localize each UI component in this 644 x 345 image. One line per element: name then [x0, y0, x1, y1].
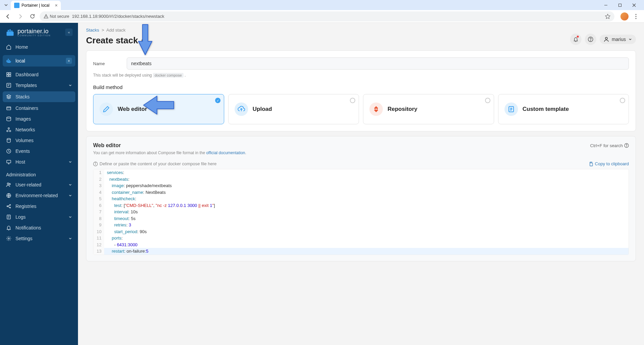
code-line[interactable]: 3 image: peppershade/nextbeats	[93, 182, 629, 189]
admin-section-title: Administration	[0, 167, 78, 179]
build-method-custom-template[interactable]: Custom template	[498, 94, 629, 124]
sidebar-item-settings[interactable]: Settings	[0, 233, 78, 244]
sidebar-item-networks[interactable]: Networks	[0, 124, 78, 135]
svg-rect-15	[7, 73, 8, 74]
sidebar-item-events[interactable]: Events	[0, 146, 78, 157]
environment-selector[interactable]: local ×	[3, 55, 75, 67]
sidebar-item-label: Host	[15, 159, 25, 165]
code-line[interactable]: 9 retries: 3	[93, 222, 629, 228]
bookmark-star-icon[interactable]	[605, 14, 610, 19]
notifications-button[interactable]	[570, 34, 581, 45]
sidebar-item-registries[interactable]: Registries	[0, 201, 78, 212]
sidebar-item-notifications[interactable]: Notifications	[0, 222, 78, 233]
browser-toolbar: Not secure 192.168.1.18:9000/#!/2/docker…	[0, 10, 644, 23]
sidebar-item-logs[interactable]: Logs	[0, 212, 78, 222]
reload-button[interactable]	[28, 12, 37, 21]
help-icon	[588, 37, 593, 42]
sidebar-item-host[interactable]: Host	[0, 157, 78, 167]
code-line[interactable]: 4 container_name: NextBeats	[93, 189, 629, 196]
user-menu[interactable]: marius	[600, 35, 636, 44]
chevron-down-icon	[69, 215, 72, 219]
code-content: image: peppershade/nextbeats	[104, 182, 629, 189]
upload-icon	[235, 102, 248, 116]
line-number: 10	[93, 228, 104, 235]
code-line[interactable]: 10 start_period: 90s	[93, 228, 629, 235]
editor-title: Web editor	[93, 142, 121, 148]
line-number: 6	[93, 202, 104, 209]
code-line[interactable]: 6 test: ["CMD-SHELL", "nc -z 127.0.0.1 3…	[93, 202, 629, 209]
address-bar[interactable]: Not secure 192.168.1.18:9000/#!/2/docker…	[40, 11, 614, 21]
sidebar-item-user-related[interactable]: User-related	[0, 179, 78, 190]
sidebar-item-images[interactable]: Images	[0, 114, 78, 124]
line-number: 2	[93, 176, 104, 183]
name-label: Name	[93, 61, 127, 66]
tab-list-dropdown[interactable]	[3, 2, 9, 8]
line-number: 7	[93, 209, 104, 215]
radio-indicator	[350, 98, 355, 103]
build-method-repository[interactable]: Repository	[363, 94, 494, 124]
build-method-upload[interactable]: Upload	[228, 94, 359, 124]
code-line[interactable]: 8 timeout: 5s	[93, 215, 629, 222]
stack-name-input[interactable]	[127, 57, 629, 70]
info-icon	[93, 162, 98, 166]
breadcrumb: Stacks > Add stack	[86, 28, 147, 33]
close-tab-icon[interactable]: ×	[55, 3, 57, 8]
code-line[interactable]: 13 restart: on-failure:5	[93, 248, 629, 255]
svg-point-39	[375, 109, 377, 110]
refresh-icon[interactable]	[141, 38, 147, 44]
breadcrumb-link-stacks[interactable]: Stacks	[86, 28, 99, 33]
code-line[interactable]: 7 interval: 10s	[93, 209, 629, 215]
sidebar-item-templates[interactable]: Templates	[0, 80, 78, 91]
forward-button[interactable]	[15, 12, 25, 21]
build-method-web-editor[interactable]: Web editor✓	[93, 94, 224, 124]
repository-icon	[369, 102, 383, 116]
code-line[interactable]: 12 - 6431:3000	[93, 242, 629, 248]
code-line[interactable]: 1services:	[93, 169, 629, 176]
svg-rect-12	[8, 60, 9, 61]
notifications-icon	[6, 225, 11, 230]
environment-close-icon[interactable]: ×	[66, 58, 72, 64]
sidebar-item-label: Dashboard	[15, 72, 39, 77]
sidebar-item-environment-related[interactable]: Environment-related	[0, 190, 78, 201]
help-icon	[624, 143, 629, 148]
copy-icon	[589, 162, 593, 166]
docs-link[interactable]: official documentation	[206, 150, 245, 155]
sidebar-item-volumes[interactable]: Volumes	[0, 135, 78, 146]
security-indicator[interactable]: Not secure	[44, 14, 69, 19]
window-close-button[interactable]	[629, 2, 639, 8]
svg-rect-8	[8, 30, 9, 32]
chevron-down-icon	[629, 38, 632, 41]
home-icon	[6, 44, 11, 50]
code-content: - 6431:3000	[104, 242, 629, 248]
code-content: timeout: 5s	[104, 215, 629, 222]
logo-subtitle: COMMUNITY EDITION	[17, 34, 51, 37]
svg-rect-9	[9, 29, 11, 32]
web-editor-icon	[99, 102, 113, 116]
events-icon	[6, 148, 11, 154]
code-line[interactable]: 2 nextbeats:	[93, 176, 629, 183]
page-title: Create stack	[86, 35, 147, 46]
copy-to-clipboard-button[interactable]: Copy to clipboard	[589, 161, 629, 166]
sidebar-collapse-button[interactable]: «	[65, 29, 73, 36]
code-editor[interactable]: 1services:2 nextbeats:3 image: peppersha…	[93, 169, 629, 255]
svg-point-24	[8, 128, 9, 129]
code-line[interactable]: 5 healthcheck:	[93, 196, 629, 202]
browser-tab[interactable]: Portainer | local ×	[11, 1, 61, 10]
sidebar-item-containers[interactable]: Containers	[0, 103, 78, 114]
help-button[interactable]	[585, 34, 596, 45]
back-button[interactable]	[3, 12, 13, 21]
svg-point-28	[7, 183, 9, 185]
registries-icon	[6, 204, 11, 209]
window-minimize-button[interactable]	[601, 2, 610, 8]
sidebar-item-stacks[interactable]: Stacks	[3, 91, 75, 102]
window-maximize-button[interactable]	[615, 2, 625, 8]
svg-rect-20	[7, 107, 11, 110]
browser-menu-button[interactable]	[631, 14, 641, 19]
profile-avatar[interactable]	[620, 12, 629, 20]
code-content: services:	[104, 169, 629, 176]
sidebar-item-dashboard[interactable]: Dashboard	[0, 69, 78, 80]
svg-rect-17	[7, 75, 8, 77]
sidebar-item-home[interactable]: Home	[0, 42, 78, 52]
chevron-down-icon	[69, 160, 72, 164]
code-line[interactable]: 11 ports:	[93, 235, 629, 242]
